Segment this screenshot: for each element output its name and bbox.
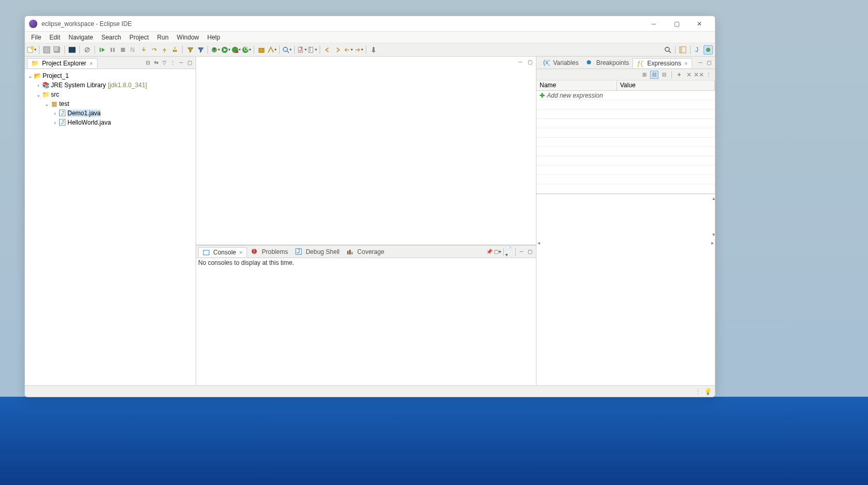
new-interface-button[interactable]: I	[308, 45, 317, 55]
right-maximize-button[interactable]: ▢	[705, 59, 713, 67]
console-output[interactable]: No consoles to display at this time.	[196, 258, 536, 385]
twisty-icon[interactable]: ⌄	[35, 92, 42, 98]
twisty-icon[interactable]: ›	[52, 120, 58, 126]
step-over-button[interactable]	[149, 45, 159, 55]
titlebar[interactable]: eclipse_workspace - Eclipse IDE ─ ▢ ✕	[25, 16, 715, 32]
menu-edit[interactable]: Edit	[45, 33, 64, 42]
project-explorer-close[interactable]: ×	[88, 60, 93, 66]
project-tree[interactable]: ⌄ 📂 Project_1 › 📚 JRE System Library [jd…	[25, 69, 196, 385]
table-row[interactable]	[536, 119, 715, 128]
table-row[interactable]	[536, 184, 715, 194]
coverage-button[interactable]	[231, 45, 241, 55]
step-return-button[interactable]	[160, 45, 169, 55]
add-expression-row[interactable]: ✚ Add new expression	[536, 91, 715, 100]
menu-run[interactable]: Run	[153, 33, 173, 42]
pin-console-button[interactable]: 📌	[485, 248, 493, 256]
scroll-left-icon[interactable]: ◂	[538, 240, 540, 246]
menu-file[interactable]: File	[27, 33, 45, 42]
skip-breakpoints-button[interactable]	[82, 45, 92, 55]
expr-view-menu-button[interactable]: ⋮	[705, 71, 713, 79]
column-name[interactable]: Name	[536, 80, 617, 90]
debug-perspective-button[interactable]	[704, 45, 713, 55]
editor-minimize-button[interactable]: ─	[516, 58, 525, 66]
tree-src-folder[interactable]: ⌄ 📁 src	[27, 90, 194, 99]
run-last-button[interactable]: ⟳	[242, 45, 251, 55]
minimize-button[interactable]: ─	[642, 17, 665, 31]
project-explorer-tab[interactable]: 📁 Project Explorer ×	[27, 58, 98, 68]
expression-detail-pane[interactable]: ▴ ▾ ◂ ▸	[536, 194, 715, 246]
tab-debug-shell[interactable]: J Debug Shell	[291, 247, 342, 257]
twisty-icon[interactable]: ⌄	[44, 101, 50, 107]
view-menu-button[interactable]: ⋮	[169, 59, 177, 67]
filter-button[interactable]: ▽	[160, 59, 169, 67]
editor-area[interactable]: ─ ▢	[196, 57, 536, 245]
table-row[interactable]	[536, 156, 715, 166]
menu-help[interactable]: Help	[203, 33, 225, 42]
disconnect-button[interactable]: N	[129, 45, 138, 55]
new-button[interactable]	[27, 45, 36, 55]
table-row[interactable]	[536, 110, 715, 119]
collapse-all-button[interactable]: ⊟	[144, 59, 152, 67]
twisty-icon[interactable]: ›	[35, 83, 42, 88]
twisty-icon[interactable]: ⌄	[27, 73, 33, 79]
pin-editor-button[interactable]	[369, 45, 378, 55]
tree-project[interactable]: ⌄ 📂 Project_1	[27, 71, 194, 80]
add-expr-button[interactable]: +	[675, 71, 683, 79]
table-row[interactable]	[536, 138, 715, 147]
new-package-button[interactable]	[257, 45, 266, 55]
new-java-button[interactable]: J	[297, 45, 307, 55]
scroll-down-icon[interactable]: ▾	[712, 232, 715, 237]
tab-coverage[interactable]: Coverage	[343, 247, 388, 257]
terminal-button[interactable]	[67, 45, 77, 55]
table-row[interactable]	[536, 166, 715, 175]
show-type-names-button[interactable]: ⊞	[640, 71, 649, 79]
new-class-button[interactable]	[267, 45, 277, 55]
display-console-button[interactable]: ▢▾	[493, 248, 502, 256]
minimize-view-button[interactable]: ─	[177, 59, 185, 67]
console-maximize-button[interactable]: ▢	[526, 248, 534, 256]
tree-java-file[interactable]: › 🄹 Demo1.java	[27, 109, 194, 118]
save-button[interactable]	[42, 45, 51, 55]
table-row[interactable]	[536, 128, 715, 138]
console-close[interactable]: ×	[238, 249, 243, 255]
run-button[interactable]	[221, 45, 230, 55]
remove-all-expr-button[interactable]: ✕✕	[695, 71, 703, 79]
tab-expressions[interactable]: ƒ() Expressions ×	[632, 58, 693, 68]
link-editor-button[interactable]: ⇆	[152, 59, 160, 67]
tab-breakpoints[interactable]: Breakpoints	[582, 58, 632, 68]
tip-icon[interactable]: 💡	[704, 388, 712, 395]
expressions-table[interactable]: Name Value ✚ Add new expression	[536, 80, 715, 385]
show-logical-button[interactable]: ⊟	[650, 71, 658, 79]
open-perspective-button[interactable]	[678, 45, 687, 55]
right-minimize-button[interactable]: ─	[696, 59, 705, 67]
tree-jre-library[interactable]: › 📚 JRE System Library [jdk1.8.0_341]	[27, 80, 194, 90]
table-row[interactable]	[536, 175, 715, 184]
maximize-button[interactable]: ▢	[665, 17, 688, 31]
maximize-view-button[interactable]: ▢	[185, 59, 194, 67]
drop-to-frame-button[interactable]	[170, 45, 180, 55]
step-filters-button[interactable]	[185, 45, 195, 55]
table-row[interactable]	[536, 100, 715, 110]
save-all-button[interactable]	[52, 45, 62, 55]
scroll-right-icon[interactable]: ▸	[711, 240, 714, 246]
scroll-up-icon[interactable]: ▴	[712, 195, 715, 201]
terminate-button[interactable]	[118, 45, 128, 55]
back-button[interactable]	[323, 45, 332, 55]
twisty-icon[interactable]: ›	[52, 111, 58, 116]
close-button[interactable]: ✕	[688, 17, 711, 31]
suspend-button[interactable]	[108, 45, 117, 55]
open-console-button[interactable]: 📄▾	[505, 248, 514, 256]
menu-search[interactable]: Search	[97, 33, 125, 42]
breakpoint-filter-button[interactable]	[196, 45, 205, 55]
column-value[interactable]: Value	[617, 80, 715, 90]
nav-back-button[interactable]	[343, 45, 353, 55]
menu-project[interactable]: Project	[125, 33, 153, 42]
tab-console[interactable]: Console ×	[198, 247, 247, 257]
expressions-close[interactable]: ×	[683, 60, 688, 66]
java-perspective-button[interactable]: J	[693, 45, 702, 55]
tab-variables[interactable]: (x)= Variables	[539, 58, 582, 68]
remove-expr-button[interactable]: ✕	[685, 71, 693, 79]
tree-java-file[interactable]: › 🄹 HelloWorld.java	[27, 118, 194, 127]
menu-window[interactable]: Window	[173, 33, 203, 42]
tree-package[interactable]: ⌄ ▦ test	[27, 99, 194, 109]
